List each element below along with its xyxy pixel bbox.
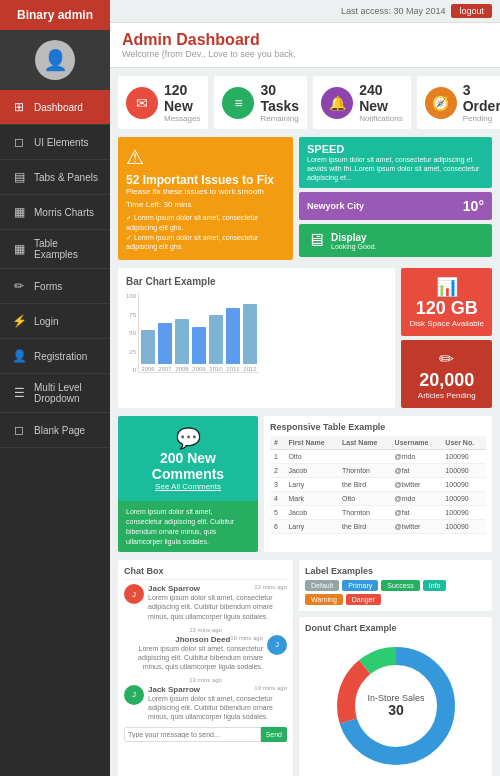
chat-time: 10 mins ago [230, 635, 263, 641]
donut-card: Donut Chart Example In-Store Sales 30 Mo… [299, 617, 492, 776]
speed-title: SPEED [307, 143, 484, 155]
issues-title: 52 Important Issues to Fix [126, 173, 285, 187]
table-head: # First Name Last Name Username User No. [270, 436, 486, 450]
stat-label: Pending [463, 114, 500, 123]
table-cell: Thornton [338, 506, 391, 520]
comments-icon: 💬 [126, 426, 250, 450]
sidebar: Binary admin 👤 ⊞ Dashboard ◻ UI Elements… [0, 0, 110, 776]
sidebar-item-label: Blank Page [34, 425, 85, 436]
sidebar-item-dashboard[interactable]: ⊞ Dashboard [0, 90, 110, 125]
sidebar-item-login[interactable]: ⚡ Login [0, 304, 110, 339]
comments-table-row: 💬 200 New Comments See All Comments Lore… [118, 416, 492, 552]
bar-fill [192, 327, 206, 365]
chat-message: J Jack Sparrow12 mins ago Lorem ipsum do… [124, 584, 287, 620]
table-cell: the Bird [338, 520, 391, 534]
chat-avatar: J [124, 685, 144, 705]
app-title: Binary admin [0, 0, 110, 30]
chart-area: 100 75 50 25 0 2006200720082009201020112… [126, 293, 387, 373]
responsive-table-panel: Responsive Table Example # First Name La… [264, 416, 492, 552]
stat-num: 240 New [359, 82, 403, 114]
chat-sender-name: Jack Sparrow [148, 584, 200, 593]
disk-label: Disk Space Available [409, 319, 484, 328]
sidebar-item-blank[interactable]: ◻ Blank Page [0, 413, 110, 448]
table-cell: @fat [391, 464, 442, 478]
tabs-icon: ▤ [10, 168, 28, 186]
chat-messages: J Jack Sparrow12 mins ago Lorem ipsum do… [124, 584, 287, 721]
page-title: Admin Dashboard [122, 31, 488, 49]
y-axis-labels: 100 75 50 25 0 [126, 293, 136, 373]
col-header-username: Username [391, 436, 442, 450]
sidebar-item-label: Forms [34, 281, 62, 292]
disk-icon: 📊 [409, 276, 484, 298]
display-card: 🖥 Display Looking Good. [299, 224, 492, 257]
table-cell: 100090 [441, 492, 486, 506]
stat-card-notifications: 🔔 240 New Notifications [313, 76, 411, 129]
bottom-row: Chat Box J Jack Sparrow12 mins ago Lorem… [118, 560, 492, 776]
chart-panel: Bar Chart Example 100 75 50 25 0 2006200… [118, 268, 395, 408]
display-sublabel: Looking Good. [331, 243, 377, 250]
chat-send-button[interactable]: Send [261, 727, 287, 742]
page-subtitle: Welcome (from Dev.. Love to see you back… [122, 49, 488, 59]
articles-card: ✏ 20,000 Articles Pending [401, 340, 492, 408]
login-icon: ⚡ [10, 312, 28, 330]
chat-bubble: Jhonson Deed10 mins ago Lorem ipsum dolo… [124, 635, 263, 671]
sidebar-item-ui-elements[interactable]: ◻ UI Elements [0, 125, 110, 160]
table-cell: 100090 [441, 506, 486, 520]
sidebar-item-label: Login [34, 316, 58, 327]
sidebar-item-morris-charts[interactable]: ▦ Morris Charts [0, 195, 110, 230]
sidebar-item-registration[interactable]: 👤 Registration [0, 339, 110, 374]
sidebar-item-label: Multi Level Dropdown [34, 382, 100, 404]
stat-info: 120 New Messages [164, 82, 200, 123]
table-row: 5JacobThornton@fat100090 [270, 506, 486, 520]
table-cell: 2 [270, 464, 284, 478]
user-avatar-section: 👤 [0, 30, 110, 90]
col-header-lname: Last Name [338, 436, 391, 450]
labels-card: Label Examples DefaultPrimarySuccessInfo… [299, 560, 492, 611]
stat-num: 120 New [164, 82, 200, 114]
chat-input[interactable] [124, 727, 261, 742]
chat-time: 19 mins ago [254, 685, 287, 691]
table-body: 1Otto@mdo1000902JacobThornton@fat1000903… [270, 450, 486, 534]
sidebar-item-tabs-panels[interactable]: ▤ Tabs & Panels [0, 160, 110, 195]
articles-icon: ✏ [409, 348, 484, 370]
labels-title: Label Examples [305, 566, 486, 576]
chat-timestamp: 13 mins ago [124, 627, 287, 633]
chat-bubble: Jack Sparrow12 mins ago Lorem ipsum dolo… [148, 584, 287, 620]
bar-fill [175, 319, 189, 364]
table-cell: 5 [270, 506, 284, 520]
issues-text1: ✓ Lorem ipsum dolor sit amet, consectetu… [126, 213, 285, 233]
comments-num: 200 New Comments [126, 450, 250, 482]
bar-label: 2007 [158, 366, 171, 372]
chart-row: Bar Chart Example 100 75 50 25 0 2006200… [118, 268, 492, 408]
sidebar-item-multi-level[interactable]: ☰ Multi Level Dropdown [0, 374, 110, 413]
disk-card: 📊 120 GB Disk Space Available [401, 268, 492, 336]
table-cell: 100090 [441, 450, 486, 464]
table-cell: Larry [284, 478, 338, 492]
chat-avatar: J [267, 635, 287, 655]
bar-item: 2009 [192, 327, 206, 373]
bar-item: 2008 [175, 319, 189, 372]
comments-panel: 💬 200 New Comments See All Comments Lore… [118, 416, 258, 552]
table-cell: 100090 [441, 478, 486, 492]
badge-danger: Danger [346, 594, 381, 605]
warning-icon: ⚠ [126, 145, 285, 169]
donut-title: Donut Chart Example [305, 623, 486, 633]
stat-info: 30 Tasks Remaining [260, 82, 299, 123]
sidebar-item-forms[interactable]: ✏ Forms [0, 269, 110, 304]
col-header-fname: First Name [284, 436, 338, 450]
table-row: 4MarkOtto@mdo100090 [270, 492, 486, 506]
table-cell: Otto [284, 450, 338, 464]
logout-button[interactable]: logout [451, 4, 492, 18]
sidebar-item-table-examples[interactable]: ▦ Table Examples [0, 230, 110, 269]
content-area: ✉ 120 New Messages ≡ 30 Tasks Remaining … [110, 68, 500, 776]
stat-num: 3 Orders [463, 82, 500, 114]
notifications-icon: 🔔 [321, 87, 353, 119]
display-label: Display [331, 232, 377, 243]
chat-text: Lorem ipsum dolor sit amet, consectetur … [148, 694, 287, 721]
city-info: Newyork City [307, 201, 364, 211]
sidebar-item-label: Table Examples [34, 238, 100, 260]
chat-text: Lorem ipsum dolor sit amet, consectetur … [148, 593, 287, 620]
badge-success: Success [381, 580, 419, 591]
see-all-comments-link[interactable]: See All Comments [126, 482, 250, 491]
mid-row: ⚠ 52 Important Issues to Fix Please fix … [118, 137, 492, 260]
